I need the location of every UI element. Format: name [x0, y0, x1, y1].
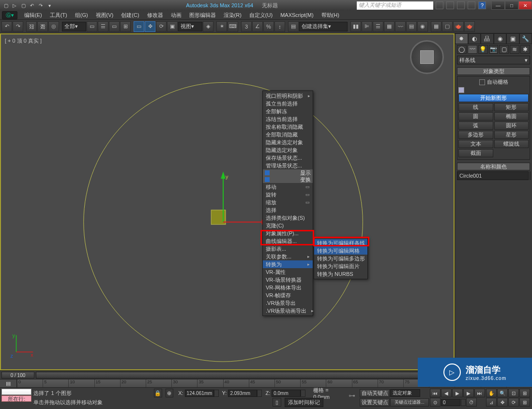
maximize-viewport-button[interactable]: ⊞ — [519, 398, 530, 407]
select-object-button[interactable]: ▭ — [87, 21, 97, 32]
btn-section[interactable]: 截面 — [458, 149, 493, 157]
sub-edit-spline[interactable]: 转换为可编辑样条线 — [314, 239, 367, 247]
ctx-vr-scene-converter[interactable]: VR-场景转换器 — [263, 276, 313, 284]
curve-editor-button[interactable]: 〰 — [395, 21, 406, 32]
ctx-vr-framebuffer[interactable]: VR-帧缓存 — [263, 291, 313, 299]
menu-maxscript[interactable]: MAXScript(M) — [276, 11, 317, 19]
subtab-cameras[interactable]: 📷 — [489, 45, 499, 54]
layers-button[interactable]: ☰ — [373, 21, 383, 32]
subtab-helpers[interactable]: ▢ — [499, 45, 509, 54]
named-selection-dropdown[interactable]: 创建选择集 ▾ — [299, 22, 348, 31]
time-tag-button[interactable]: ▯ — [273, 398, 281, 407]
ctx-convert-to[interactable]: 转换为▸ — [263, 260, 313, 268]
object-name-input[interactable] — [457, 171, 529, 180]
orbit-button[interactable]: ⟳ — [508, 398, 519, 407]
spinner-snap-button[interactable]: ↕ — [274, 21, 285, 32]
autogrid-checkbox[interactable] — [479, 79, 485, 85]
mirror-button[interactable]: ▮▮ — [350, 21, 361, 32]
sub-edit-poly[interactable]: 转换为可编辑多边形 — [314, 255, 367, 262]
ctx-wire-params[interactable]: 关联参数...▸ — [263, 253, 313, 260]
unlink-button[interactable]: ⛓̸ — [37, 21, 48, 32]
key-target-dropdown[interactable]: 选定对象 — [390, 389, 420, 397]
rollout-object-type[interactable]: 对象类型 — [457, 67, 530, 75]
keyfilters-button[interactable]: 关键点过滤器... — [390, 398, 429, 407]
qat-redo-icon[interactable]: ↷ — [37, 1, 45, 9]
goto-end-button[interactable]: ⏭ — [474, 389, 485, 397]
menu-edit[interactable]: 编辑(E) — [20, 11, 46, 20]
align-button[interactable]: ⊫ — [362, 21, 372, 32]
lock-selection-button[interactable]: 🔒 — [154, 389, 162, 397]
render-button[interactable]: 🫖 — [453, 21, 464, 32]
menu-group[interactable]: 组(G) — [71, 11, 92, 20]
menu-customize[interactable]: 自定义(U) — [245, 11, 276, 20]
ctx-unfreeze-all[interactable]: 全部解冻 — [263, 107, 313, 115]
ctx-clone[interactable]: 克隆(C) — [263, 222, 313, 229]
maximize-button[interactable]: □ — [505, 1, 518, 10]
ctx-viewport-lighting[interactable]: 视口照明和阴影▸ — [263, 92, 313, 100]
close-button[interactable]: ✕ — [518, 1, 532, 10]
qat-dropdown-icon[interactable]: ▾ — [46, 1, 53, 9]
bind-button[interactable]: ◎ — [48, 21, 59, 32]
tab-utilities[interactable]: 🔧 — [519, 33, 532, 44]
select-region-button[interactable]: ▭ — [109, 21, 120, 32]
script-listener-mini[interactable] — [1, 389, 31, 395]
object-color-swatch[interactable] — [530, 171, 531, 180]
menu-tools[interactable]: 工具(T) — [46, 11, 71, 20]
material-editor-button[interactable]: ◉ — [417, 21, 428, 32]
ctx-freeze-sel[interactable]: 冻结当前选择 — [263, 115, 313, 123]
subtab-geometry[interactable]: ◯ — [457, 45, 467, 54]
subtab-spacewarps[interactable]: ≋ — [510, 45, 519, 54]
viewcube[interactable] — [410, 40, 444, 74]
rendered-frame-button[interactable]: ▢ — [442, 21, 453, 32]
angle-snap-button[interactable]: ∠ — [252, 21, 263, 32]
ctx-hide-sel[interactable]: 隐藏选定对象 — [263, 146, 313, 154]
menu-modifiers[interactable]: 修改器 — [143, 11, 167, 20]
render-setup-button[interactable]: ▦ — [431, 21, 441, 32]
selection-filter-dropdown[interactable]: 全部 ▾ — [62, 22, 86, 31]
ctx-dope-sheet[interactable]: 摄影表... — [263, 245, 313, 253]
named-selection-button[interactable]: ▤ — [288, 21, 299, 32]
transform-type-in-button[interactable]: ⊕ — [166, 389, 174, 397]
start-new-shape-checkbox[interactable] — [458, 87, 464, 93]
qat-undo-icon[interactable]: ↶ — [28, 1, 36, 9]
btn-arc[interactable]: 弧 — [458, 121, 493, 130]
add-time-tag[interactable]: 添加时间标记 — [285, 398, 323, 407]
category-dropdown[interactable]: 样条线▾ — [457, 56, 530, 64]
script-listener-macro[interactable]: 所在行: — [1, 395, 31, 402]
autokey-button[interactable]: 自动关键点 — [360, 389, 390, 397]
ctx-vr-mesh-export[interactable]: VR-网格体导出 — [263, 284, 313, 291]
qat-open-icon[interactable]: ▷ — [11, 1, 18, 9]
play-button[interactable]: ▶ — [452, 389, 463, 397]
prev-frame-button[interactable]: ◀ — [441, 389, 452, 397]
time-config-button[interactable]: ⏱ — [466, 398, 477, 407]
ctx-object-props[interactable]: 对象属性(P)... — [263, 229, 313, 237]
tab-hierarchy[interactable]: 品 — [481, 33, 494, 44]
ctx-curve-editor[interactable]: 曲线编辑器... — [263, 237, 313, 245]
menu-animation[interactable]: 动画 — [167, 11, 185, 20]
sub-edit-mesh[interactable]: 转换为可编辑网格 — [314, 247, 367, 255]
tab-modify[interactable]: ◐ — [468, 33, 481, 44]
current-frame-input[interactable]: 0 — [441, 399, 460, 406]
zoom-extents-button[interactable]: ⊞ — [519, 389, 530, 397]
qat-save-icon[interactable]: ▢ — [19, 1, 27, 9]
menu-views[interactable]: 视图(V) — [92, 11, 118, 20]
start-new-shape-button[interactable]: 开始新图形 — [458, 94, 529, 102]
ctx-hide-unsel[interactable]: 隐藏未选定对象 — [263, 138, 313, 146]
ctx-unhide-by-name[interactable]: 按名称取消隐藏 — [263, 123, 313, 131]
setkey-button[interactable]: 设置关键点 — [360, 398, 390, 407]
ctx-vr-scene-anim-export[interactable]: .VR场景动画导出▸ — [263, 307, 313, 315]
btn-ngon[interactable]: 多边形 — [458, 131, 493, 139]
ctx-unhide-all[interactable]: 全部取消隐藏 — [263, 131, 313, 138]
redo-button[interactable]: ↷ — [13, 21, 23, 32]
btn-rectangle[interactable]: 矩形 — [494, 103, 529, 111]
favorites-icon[interactable] — [468, 1, 475, 9]
ctx-move[interactable]: 移动▭ — [263, 183, 313, 191]
graphite-button[interactable]: ▦ — [384, 21, 395, 32]
select-by-name-button[interactable]: ☰ — [98, 21, 108, 32]
subtab-systems[interactable]: ✱ — [520, 45, 530, 54]
next-frame-button[interactable]: ▶ — [463, 389, 474, 397]
subscription-icon[interactable] — [446, 1, 454, 9]
search-input[interactable]: 键入关键字或短语 — [357, 1, 433, 10]
menu-grapheditors[interactable]: 图形编辑器 — [185, 11, 220, 20]
ctx-manage-scene-state[interactable]: 管理场景状态... — [263, 162, 313, 169]
